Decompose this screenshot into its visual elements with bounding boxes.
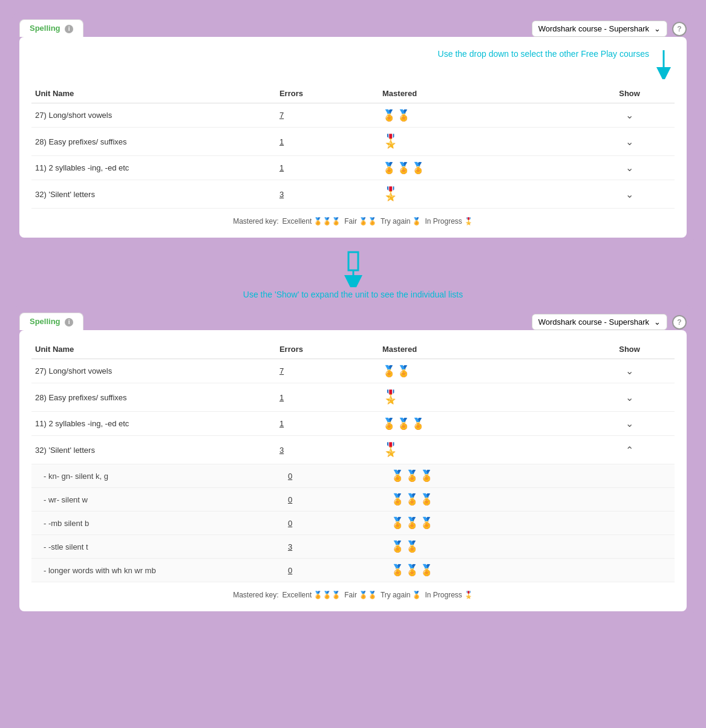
mastered-cell: 🎖️ — [379, 436, 584, 464]
medal-icon: 🏅 — [397, 110, 410, 121]
fair-label-b: Fair — [344, 591, 357, 599]
medal-icon: 🏅 — [391, 470, 404, 481]
excellent-key-b: Excellent 🏅🏅🏅 — [283, 591, 341, 599]
errors-link[interactable]: 7 — [279, 366, 284, 375]
mastered-cell: 🏅 🏅 — [379, 359, 584, 383]
annotation-wrapper-top: Use the drop down to select the other Fr… — [31, 49, 675, 79]
arrow-down-svg-top — [653, 49, 675, 79]
chevron-down-icon[interactable]: ⌄ — [626, 110, 633, 120]
mastered-key-top: Mastered key: Excellent 🏅🏅🏅 Fair 🏅🏅 Try … — [31, 209, 675, 226]
errors-cell: 0 — [276, 464, 379, 488]
chevron-down-icon: ⌄ — [654, 317, 661, 327]
course-dropdown-top[interactable]: Wordshark course - Supershark ⌄ — [532, 21, 667, 37]
chevron-down-icon[interactable]: ⌄ — [626, 163, 633, 173]
show-cell: ⌄ — [584, 156, 675, 180]
mastered-key-bottom: Mastered key: Excellent 🏅🏅🏅 Fair 🏅🏅 Try … — [31, 582, 675, 599]
medal-inprogress-icon: 🎖️ — [382, 186, 399, 202]
mastered-cell: 🏅 🏅 🏅 — [379, 512, 584, 535]
medal-icon: 🏅 — [405, 565, 419, 576]
medal-icon: 🏅 — [391, 565, 404, 576]
medals-sub5: 🏅 🏅 🏅 — [391, 565, 581, 576]
show-cell: ⌄ — [584, 412, 675, 436]
errors-link[interactable]: 1 — [279, 163, 284, 172]
medal-icon: 🏅 — [405, 541, 419, 552]
chevron-down-icon[interactable]: ⌄ — [626, 189, 633, 200]
excellent-key: Excellent 🏅🏅🏅 — [283, 217, 341, 226]
errors-link[interactable]: 3 — [288, 542, 292, 551]
medal-icon: 🏅 — [382, 163, 396, 174]
table-subrow: - -mb silent b 0 🏅 🏅 🏅 — [31, 512, 675, 535]
info-icon-bottom[interactable]: i — [65, 318, 73, 327]
table-subrow: - kn- gn- silent k, g 0 🏅 🏅 🏅 — [31, 464, 675, 488]
mastered-cell: 🏅 🏅 🏅 — [379, 156, 584, 180]
table-row: 28) Easy prefixes/ suffixes 1 🎖️ ⌄ — [31, 383, 675, 412]
errors-link[interactable]: 0 — [288, 495, 292, 504]
spelling-tab-top[interactable]: Spelling i — [19, 19, 83, 37]
medal-excellent-key-b: 🏅🏅🏅 — [313, 591, 341, 599]
unit-name: 28) Easy prefixes/ suffixes — [31, 383, 276, 412]
dropdown-label-bottom: Wordshark course - Supershark — [538, 317, 649, 327]
unit-name: 32) 'Silent' letters — [31, 436, 276, 464]
unit-name: 27) Long/short vowels — [31, 359, 276, 383]
medal-icon: 🏅 — [405, 470, 419, 481]
annotation-top-text: Use the drop down to select the other Fr… — [438, 49, 649, 59]
chevron-down-icon[interactable]: ⌄ — [626, 392, 633, 403]
info-icon-top[interactable]: i — [65, 25, 73, 33]
col-header-unit-top: Unit Name — [31, 84, 276, 103]
show-cell-empty — [584, 488, 675, 512]
top-panel: Spelling i Wordshark course - Supershark… — [12, 12, 694, 245]
medals-inprogress-b2: 🎖️ — [382, 389, 581, 405]
errors-cell: 0 — [276, 559, 379, 582]
chevron-down-icon[interactable]: ⌄ — [626, 366, 633, 376]
bottom-panel-wrapper: Spelling i Wordshark course - Supershark… — [12, 305, 694, 619]
medals-sub1: 🏅 🏅 🏅 — [391, 470, 581, 481]
errors-link[interactable]: 0 — [288, 519, 292, 528]
mastered-key-label-b: Mastered key: — [233, 591, 278, 599]
medals-excellent-b1: 🏅 🏅 — [382, 366, 581, 377]
show-cell: ⌄ — [584, 180, 675, 209]
medals-excellent: 🏅 🏅 — [382, 110, 581, 121]
chevron-down-icon[interactable]: ⌄ — [626, 137, 633, 147]
errors-link[interactable]: 0 — [288, 472, 292, 481]
medals-sub3: 🏅 🏅 🏅 — [391, 518, 581, 528]
errors-cell: 7 — [276, 103, 379, 128]
show-cell-empty — [584, 512, 675, 535]
medals-sub4: 🏅 🏅 — [391, 541, 581, 552]
spelling-tab-bottom[interactable]: Spelling i — [19, 313, 83, 330]
help-button-top[interactable]: ? — [672, 22, 687, 36]
medal-icon: 🏅 — [382, 366, 396, 377]
medals-inprogress2: 🎖️ — [382, 186, 581, 202]
tryagain-label-b: Try again — [381, 591, 411, 599]
table-row: 32) 'Silent' letters 3 🎖️ ⌄ — [31, 180, 675, 209]
table-row: 28) Easy prefixes/ suffixes 1 🎖️ ⌄ — [31, 128, 675, 156]
arrow-down-svg-bottom — [340, 251, 367, 287]
errors-link[interactable]: 1 — [279, 419, 284, 428]
errors-link[interactable]: 7 — [279, 111, 284, 120]
help-button-bottom[interactable]: ? — [672, 315, 687, 330]
col-header-errors-top: Errors — [276, 84, 379, 103]
errors-link[interactable]: 1 — [279, 137, 284, 146]
chevron-down-icon[interactable]: ⌄ — [626, 418, 633, 429]
show-cell-empty — [584, 559, 675, 582]
medal-icon: 🏅 — [397, 366, 410, 377]
card-bottom: Unit Name Errors Mastered Show 27) Long/… — [19, 330, 687, 611]
chevron-up-icon[interactable]: ⌃ — [626, 445, 633, 455]
medal-fair-key-b: 🏅🏅 — [359, 591, 377, 599]
errors-link[interactable]: 1 — [279, 393, 284, 402]
medals-sub2: 🏅 🏅 🏅 — [391, 494, 581, 505]
help-label-bottom: ? — [677, 318, 681, 327]
medal-icon: 🏅 — [382, 110, 396, 121]
unit-name: 11) 2 syllables -ing, -ed etc — [31, 412, 276, 436]
course-dropdown-bottom[interactable]: Wordshark course - Supershark ⌄ — [532, 314, 667, 330]
table-row: 27) Long/short vowels 7 🏅 🏅 ⌄ — [31, 103, 675, 128]
errors-link[interactable]: 3 — [279, 446, 284, 455]
mastered-cell: 🏅 🏅 — [379, 535, 584, 559]
errors-cell: 0 — [276, 512, 379, 535]
show-cell: ⌄ — [584, 103, 675, 128]
subunit-name: - -stle silent t — [31, 535, 276, 559]
medal-icon: 🏅 — [411, 163, 425, 174]
spelling-tab-label-top: Spelling — [30, 24, 60, 33]
bottom-table: Unit Name Errors Mastered Show 27) Long/… — [31, 340, 675, 582]
errors-link[interactable]: 3 — [279, 190, 284, 199]
errors-link[interactable]: 0 — [288, 566, 292, 575]
